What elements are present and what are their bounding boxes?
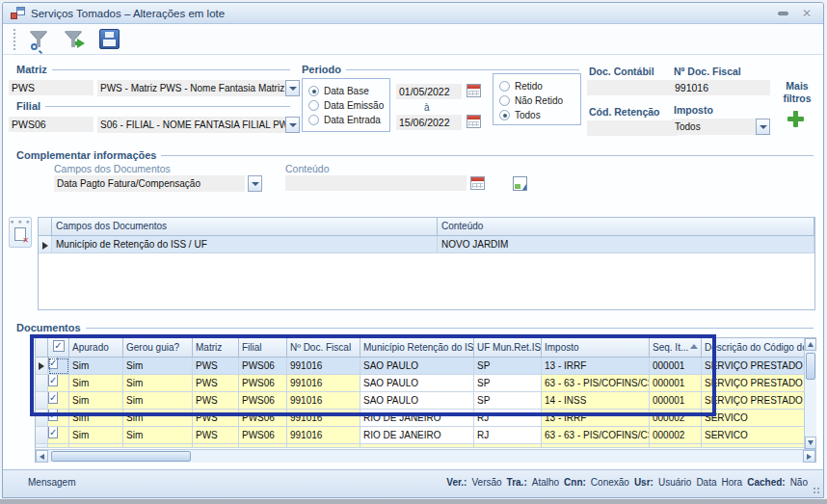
table-cell: 13 - IRRF	[542, 410, 650, 427]
radio-icon[interactable]	[308, 86, 319, 96]
chevron-down-icon[interactable]	[285, 117, 300, 133]
scroll-right-icon[interactable]	[803, 450, 815, 463]
filial-group-header: Filial	[16, 100, 290, 112]
radio-option-data-emissao[interactable]: Data Emissão	[308, 98, 384, 113]
table-row[interactable]: Município de Retenção do ISS / UF NOVO J…	[39, 236, 814, 253]
calendar-icon[interactable]	[467, 115, 481, 128]
filter-search-button[interactable]	[26, 27, 53, 52]
row-checkbox[interactable]: ✓	[48, 358, 58, 369]
calendar-icon[interactable]	[470, 176, 485, 190]
radio-option-todos[interactable]: Todos	[499, 108, 574, 122]
vertical-scroll-thumb[interactable]	[806, 353, 815, 380]
column-header-imposto[interactable]: Imposto	[542, 338, 650, 358]
window-title: Serviços Tomados – Alterações em lote	[31, 8, 225, 19]
chevron-down-icon[interactable]	[756, 119, 770, 135]
calendar-icon[interactable]	[467, 84, 481, 97]
vertical-scrollbar[interactable]	[804, 338, 816, 449]
complementar-grid: Campos dos Documentos Conteúdo Município…	[38, 217, 815, 310]
scroll-down-icon[interactable]	[805, 437, 816, 449]
table-cell: 000002	[650, 427, 702, 444]
doc-contabil-field[interactable]	[587, 80, 678, 95]
column-header-uf-mun-ret-iss[interactable]: UF Mun.Ret.ISS	[474, 338, 542, 358]
column-header-municipio-retencao-do-iss[interactable]: Município Retenção do ISS	[360, 338, 474, 358]
table-cell: 000001	[650, 375, 702, 392]
table-row[interactable]: ✓SimSimPWSPWS06991016RIO DE JANEIRORJ63 …	[36, 427, 804, 444]
radio-icon[interactable]	[308, 115, 319, 125]
row-checkbox[interactable]: ✓	[48, 410, 58, 421]
row-checkbox[interactable]: ✓	[48, 392, 58, 404]
imposto-label: Imposto	[674, 104, 713, 116]
num-doc-fiscal-field[interactable]: 991016	[672, 80, 770, 95]
remove-row-button[interactable]: ● ● ●	[9, 217, 32, 248]
status-value: Data	[696, 477, 716, 488]
plus-icon[interactable]	[787, 111, 804, 127]
checkbox-cell[interactable]: ✓	[48, 392, 69, 410]
checkbox-header-cell[interactable]: ✓	[48, 338, 69, 358]
save-button[interactable]	[95, 27, 122, 52]
table-cell: 991016	[287, 358, 360, 375]
row-checkbox[interactable]: ✓	[48, 427, 58, 438]
column-header[interactable]: Campos dos Documentos	[52, 218, 438, 235]
mais-filtros-label: Mais filtros	[776, 80, 818, 105]
table-row[interactable]: ✓SimSimPWSPWS06991016SAO PAULOSP13 - IRR…	[36, 358, 804, 375]
date-from-field[interactable]: 01/05/2022	[396, 84, 462, 99]
select-all-checkbox[interactable]: ✓	[53, 340, 65, 352]
column-header-n-doc-fiscal[interactable]: Nº Doc. Fiscal	[287, 338, 360, 358]
radio-icon[interactable]	[308, 100, 319, 111]
table-row[interactable]: ✓SimSimPWSPWS06991016SAO PAULOSP63 - 63 …	[36, 375, 804, 392]
table-cell: Sim	[69, 410, 123, 427]
chevron-down-icon[interactable]	[285, 80, 300, 96]
radio-icon[interactable]	[499, 95, 510, 106]
resize-grip[interactable]	[813, 487, 821, 495]
filial-combo[interactable]: S06 - FILIAL - NOME FANTASIA FILIAL PWS0…	[97, 117, 300, 133]
radio-option-retido[interactable]: Retido	[499, 79, 574, 93]
close-icon[interactable]: ✕	[802, 8, 812, 19]
scroll-left-icon[interactable]	[36, 450, 48, 463]
checkbox-cell[interactable]: ✓	[48, 410, 69, 427]
table-cell: SERVICO	[702, 427, 805, 444]
checkbox-cell[interactable]: ✓	[48, 358, 69, 375]
table-cell: PWS	[193, 358, 239, 375]
radio-option-data-entrada[interactable]: Data Entrada	[308, 113, 384, 127]
radio-icon[interactable]	[499, 110, 510, 120]
date-to-field[interactable]: 15/06/2022	[396, 115, 462, 130]
table-cell: 991016	[287, 375, 360, 392]
column-header-matriz[interactable]: Matriz	[193, 338, 239, 358]
column-header[interactable]: Conteúdo	[438, 218, 814, 235]
toolbar-gripper	[13, 28, 16, 51]
imposto-combo[interactable]: Todos	[672, 119, 770, 135]
complementar-grid-header: Campos dos Documentos Conteúdo	[39, 218, 814, 236]
radio-label: Data Base	[324, 86, 369, 96]
column-header-apurado[interactable]: Apurado	[69, 338, 123, 358]
checkbox-cell[interactable]: ✓	[48, 427, 69, 444]
horizontal-scrollbar[interactable]	[36, 449, 815, 463]
filial-code-field[interactable]: PWS06	[9, 117, 93, 132]
column-header-gerou-guia[interactable]: Gerou guia?	[123, 338, 193, 358]
campos-documentos-label: Campos dos Documentos	[54, 163, 171, 174]
table-cell: PWS06	[239, 392, 287, 410]
column-header-descricao-do-codigo-do-f[interactable]: Descrição do Código do F	[702, 338, 805, 358]
table-cell: Sim	[69, 358, 123, 375]
minimize-icon[interactable]	[778, 12, 788, 15]
grid-add-icon[interactable]	[513, 176, 527, 191]
row-checkbox[interactable]: ✓	[48, 375, 58, 386]
filter-apply-button[interactable]	[61, 27, 88, 52]
checkbox-cell[interactable]: ✓	[48, 375, 69, 392]
table-row[interactable]: ✓SimSimPWSPWS06991016SAO PAULOSP14 - INS…	[36, 392, 804, 410]
matriz-combo[interactable]: PWS - Matriz PWS - Nome Fantasia Matriz …	[97, 80, 300, 96]
scroll-up-icon[interactable]	[805, 338, 816, 351]
table-row[interactable]: ✓SimSimPWSPWS06991016RIO DE JANEIRORJ13 …	[36, 410, 804, 427]
radio-option-data-base[interactable]: Data Base	[308, 84, 384, 98]
row-selector	[39, 236, 52, 253]
campos-documentos-combo[interactable]: Data Pagto Fatura/Compensação	[54, 175, 245, 192]
radio-option-nao-retido[interactable]: Não Retido	[499, 93, 574, 108]
column-header-filial[interactable]: Filial	[239, 338, 287, 358]
conteudo-field[interactable]	[285, 175, 467, 191]
matriz-code-field[interactable]: PWS	[9, 80, 93, 95]
column-header-seq-it[interactable]: Seq. It...	[650, 338, 702, 358]
chevron-down-icon[interactable]	[248, 175, 262, 192]
radio-icon[interactable]	[499, 81, 510, 92]
cod-retencao-field[interactable]	[587, 120, 678, 136]
table-cell: SP	[474, 358, 542, 375]
horizontal-scroll-thumb[interactable]	[51, 451, 191, 462]
